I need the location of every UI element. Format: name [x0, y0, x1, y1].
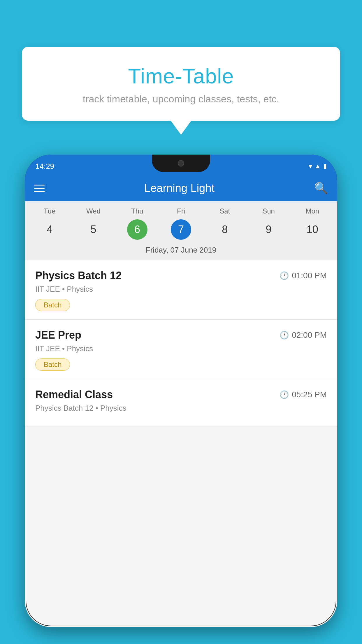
class-item[interactable]: Remedial Class🕐05:25 PMPhysics Batch 12 … [25, 379, 337, 426]
class-detail: Physics Batch 12 • Physics [35, 404, 327, 413]
calendar-section: Tue4Wed5Thu6Fri7Sat8Sun9Mon10 Friday, 07… [25, 201, 337, 260]
day-col-tue[interactable]: Tue4 [28, 207, 71, 240]
battery-icon: ▮ [323, 162, 327, 170]
day-name: Sun [262, 207, 275, 215]
status-icons: ▾ ▲ ▮ [309, 162, 327, 170]
class-name: Physics Batch 12 [35, 270, 122, 282]
day-col-sun[interactable]: Sun9 [247, 207, 290, 240]
class-item-header: Physics Batch 12🕐01:00 PM [35, 270, 327, 282]
hamburger-line-3 [34, 191, 45, 192]
day-num: 6 [127, 219, 147, 240]
day-num: 9 [259, 219, 279, 240]
hamburger-menu-button[interactable] [34, 185, 45, 192]
class-item[interactable]: Physics Batch 12🕐01:00 PMIIT JEE • Physi… [25, 260, 337, 320]
day-name: Thu [131, 207, 143, 215]
class-detail: IIT JEE • Physics [35, 344, 327, 353]
signal-icon: ▲ [314, 162, 321, 170]
class-time: 🕐05:25 PM [280, 390, 327, 399]
phone-inner: 14:29 ▾ ▲ ▮ Learning Light 🔍 [25, 155, 337, 627]
speech-bubble: Time-Table track timetable, upcoming cla… [22, 47, 340, 121]
batch-badge: Batch [35, 299, 70, 311]
app-title: Learning Light [45, 182, 314, 195]
day-col-thu[interactable]: Thu6 [115, 207, 159, 240]
bubble-title: Time-Table [36, 64, 326, 88]
front-camera [178, 160, 184, 167]
phone-notch [152, 155, 210, 172]
day-col-wed[interactable]: Wed5 [71, 207, 115, 240]
class-name: JEE Prep [35, 329, 81, 341]
class-item[interactable]: JEE Prep🕐02:00 PMIIT JEE • PhysicsBatch [25, 320, 337, 379]
class-name: Remedial Class [35, 388, 113, 401]
search-icon[interactable]: 🔍 [314, 182, 328, 195]
day-name: Fri [177, 207, 185, 215]
batch-badge: Batch [35, 358, 70, 371]
bubble-subtitle: track timetable, upcoming classes, tests… [36, 93, 326, 105]
days-row: Tue4Wed5Thu6Fri7Sat8Sun9Mon10 [25, 201, 337, 242]
day-name: Tue [44, 207, 55, 215]
class-time: 🕐02:00 PM [280, 330, 327, 340]
clock-icon: 🕐 [280, 331, 289, 340]
app-bar: Learning Light 🔍 [25, 175, 337, 201]
clock-icon: 🕐 [280, 390, 289, 399]
speech-bubble-container: Time-Table track timetable, upcoming cla… [22, 47, 340, 121]
phone-frame: 14:29 ▾ ▲ ▮ Learning Light 🔍 [25, 155, 337, 627]
day-num: 8 [215, 219, 235, 240]
day-col-mon[interactable]: Mon10 [291, 207, 334, 240]
day-name: Sat [219, 207, 230, 215]
class-time: 🕐01:00 PM [280, 271, 327, 280]
day-num: 7 [171, 219, 191, 240]
day-name: Mon [305, 207, 319, 215]
day-name: Wed [86, 207, 101, 215]
wifi-icon: ▾ [309, 162, 312, 170]
class-detail: IIT JEE • Physics [35, 285, 327, 294]
classes-list: Physics Batch 12🕐01:00 PMIIT JEE • Physi… [25, 260, 337, 426]
day-num: 4 [39, 219, 60, 240]
screen-content: Tue4Wed5Thu6Fri7Sat8Sun9Mon10 Friday, 07… [25, 201, 337, 627]
day-col-fri[interactable]: Fri7 [159, 207, 203, 240]
day-num: 10 [302, 219, 323, 240]
hamburger-line-1 [34, 185, 45, 186]
class-item-header: Remedial Class🕐05:25 PM [35, 388, 327, 401]
phone-container: 14:29 ▾ ▲ ▮ Learning Light 🔍 [25, 155, 337, 644]
status-time: 14:29 [35, 162, 54, 171]
hamburger-line-2 [34, 188, 45, 189]
class-item-header: JEE Prep🕐02:00 PM [35, 329, 327, 341]
day-num: 5 [83, 219, 103, 240]
clock-icon: 🕐 [280, 271, 289, 280]
day-col-sat[interactable]: Sat8 [203, 207, 247, 240]
selected-date-label: Friday, 07 June 2019 [25, 242, 337, 260]
